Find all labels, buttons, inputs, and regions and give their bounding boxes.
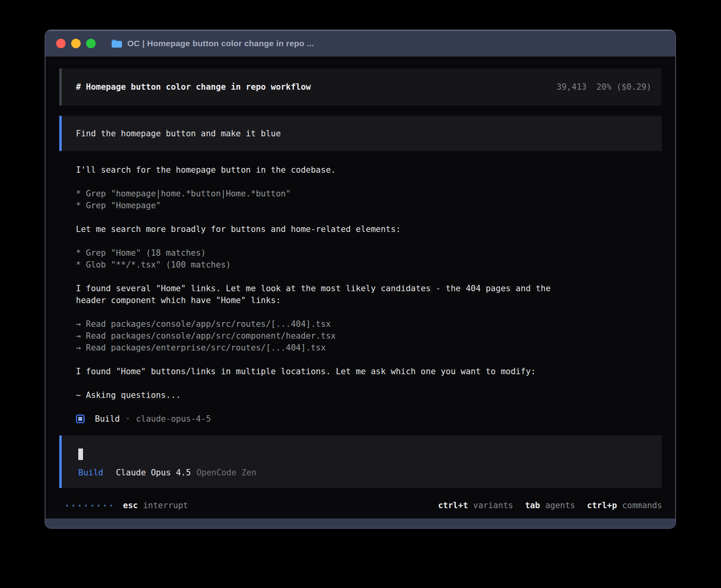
tab-key: tab	[525, 499, 540, 511]
window-titlebar: OC | Homepage button color change in rep…	[45, 30, 675, 57]
prompt-input[interactable]: Build Claude Opus 4.5 OpenCode Zen	[59, 435, 662, 488]
tool-call-group: * Grep "Home" (18 matches)* Glob "**/*.t…	[76, 247, 659, 271]
esc-key-action: interrupt	[143, 499, 188, 511]
tab-action: agents	[545, 499, 575, 511]
text-cursor	[78, 449, 83, 460]
window-title: OC | Homepage button color change in rep…	[127, 39, 314, 48]
agent-name: Build	[95, 413, 120, 425]
user-message-text: Find the homepage button and make it blu…	[76, 128, 281, 139]
session-title: # Homepage button color change in repo w…	[76, 81, 311, 93]
zoom-button[interactable]	[86, 39, 96, 48]
session-header: # Homepage button color change in repo w…	[59, 68, 662, 106]
tool-call-line: * Glob "**/*.tsx" (100 matches)	[76, 259, 659, 271]
minimize-button[interactable]	[71, 39, 81, 48]
assistant-paragraph: Let me search more broadly for buttons a…	[76, 223, 659, 235]
hint-variants: ctrl+t variants	[438, 499, 513, 511]
status-bar: esc interrupt ctrl+t variants tab agents…	[66, 499, 662, 511]
conversation: I'll search for the homepage button in t…	[76, 164, 659, 413]
input-modeline: Build Claude Opus 4.5 OpenCode Zen	[78, 467, 257, 479]
session-stats: 39,413 20% ($0.29)	[557, 81, 651, 93]
ctrl-p-key: ctrl+p	[587, 499, 617, 511]
ctrl-t-key: ctrl+t	[438, 499, 468, 511]
assistant-paragraph: I found "Home" buttons/links in multiple…	[76, 366, 659, 377]
tool-call-group: * Grep "homepage|home.*button|Home.*butt…	[76, 188, 659, 211]
assistant-text-line: ~ Asking questions...	[76, 389, 659, 401]
hint-commands: ctrl+p commands	[587, 499, 662, 511]
assistant-paragraph: I'll search for the homepage button in t…	[76, 164, 659, 176]
close-button[interactable]	[56, 39, 66, 48]
tool-call-line: → Read packages/enterprise/src/routes/[.…	[76, 342, 659, 354]
tool-call-line: → Read packages/console/app/src/componen…	[76, 330, 659, 342]
desktop: OC | Homepage button color change in rep…	[0, 0, 721, 588]
assistant-text-line: header component which have "Home" links…	[76, 294, 659, 306]
terminal-content: # Homepage button color change in repo w…	[45, 57, 675, 518]
agent-status-line: Build · claude-opus-4-5	[76, 413, 211, 425]
status-right: ctrl+t variants tab agents ctrl+p comman…	[426, 499, 662, 511]
context-usage: 20% ($0.29)	[596, 81, 651, 93]
spinner-dot	[72, 505, 74, 507]
ctrl-t-action: variants	[473, 499, 513, 511]
agent-model: claude-opus-4-5	[136, 413, 211, 425]
agent-separator: ·	[125, 413, 130, 425]
assistant-paragraph: I found several "Home" links. Let me loo…	[76, 283, 659, 306]
input-model-label[interactable]: Claude Opus 4.5	[116, 467, 191, 479]
tool-call-line: → Read packages/console/app/src/routes/[…	[76, 318, 659, 330]
input-agent-label[interactable]: Build	[78, 467, 103, 479]
spinner-dot	[79, 505, 81, 507]
spinner-dot	[104, 505, 106, 507]
spinner-dot	[98, 505, 100, 507]
hint-agents: tab agents	[525, 499, 575, 511]
assistant-text-line: Let me search more broadly for buttons a…	[76, 223, 659, 235]
folder-icon	[111, 39, 122, 48]
esc-key-hint: esc	[123, 499, 138, 511]
assistant-text-line: I found several "Home" links. Let me loo…	[76, 283, 659, 294]
tool-call-line: * Grep "homepage|home.*button|Home.*butt…	[76, 188, 659, 200]
terminal-window: OC | Homepage button color change in rep…	[45, 30, 676, 529]
assistant-text-line: I found "Home" buttons/links in multiple…	[76, 366, 659, 377]
agent-build-icon	[76, 415, 85, 423]
token-count: 39,413	[557, 81, 587, 93]
user-message: Find the homepage button and make it blu…	[59, 116, 662, 151]
assistant-text-line: I'll search for the homepage button in t…	[76, 164, 659, 176]
tool-call-line: * Grep "Homepage"	[76, 200, 659, 211]
ctrl-p-action: commands	[622, 499, 662, 511]
tool-call-line: * Grep "Home" (18 matches)	[76, 247, 659, 259]
traffic-lights	[56, 39, 96, 48]
window-bottom-edge	[45, 518, 675, 528]
input-provider-label: OpenCode Zen	[196, 467, 257, 479]
spinner-dot	[91, 505, 93, 507]
status-left: esc interrupt	[66, 499, 188, 511]
spinner-dot	[110, 505, 112, 507]
tool-call-group: → Read packages/console/app/src/routes/[…	[76, 318, 659, 354]
spinner-dots	[66, 505, 112, 507]
spinner-dot	[85, 505, 87, 507]
spinner-dot	[66, 505, 68, 507]
assistant-paragraph: ~ Asking questions...	[76, 389, 659, 401]
